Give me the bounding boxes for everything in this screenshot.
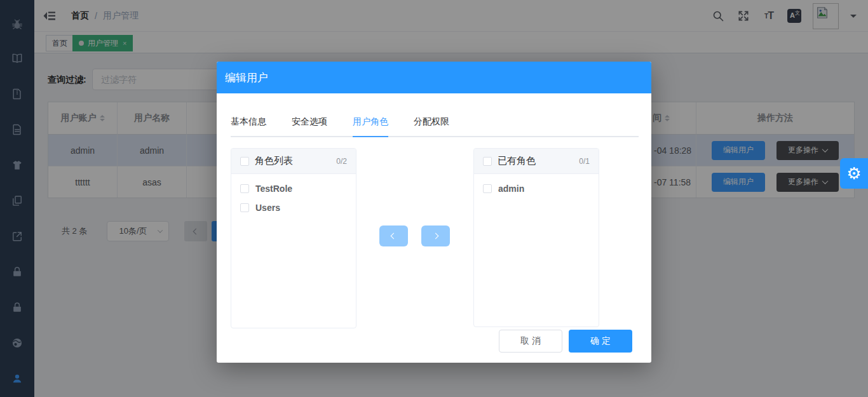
confirm-button[interactable]: 确 定 [569, 330, 632, 353]
cancel-button[interactable]: 取 消 [499, 330, 562, 353]
tab-basic-info[interactable]: 基本信息 [231, 116, 266, 136]
item-checkbox[interactable] [240, 203, 249, 212]
transfer-to-left-button[interactable] [379, 225, 408, 246]
chevron-right-icon [433, 233, 439, 239]
tab-assign-permissions[interactable]: 分配权限 [414, 116, 449, 136]
source-panel-title: 角色列表 [255, 155, 293, 167]
edit-user-modal: 编辑用户 基本信息 安全选项 用户角色 分配权限 角色列表 0/2 TestRo… [217, 62, 651, 363]
gear-icon: ⚙ [846, 165, 861, 182]
transfer-item-users[interactable]: Users [231, 198, 356, 217]
select-all-checkbox[interactable] [240, 157, 249, 166]
source-panel-count: 0/2 [336, 157, 347, 166]
tab-security-options[interactable]: 安全选项 [292, 116, 327, 136]
item-checkbox[interactable] [240, 184, 249, 193]
tab-user-roles[interactable]: 用户角色 [353, 116, 388, 137]
transfer-target-panel: 已有角色 0/1 admin [473, 148, 599, 327]
modal-tabs: 基本信息 安全选项 用户角色 分配权限 [231, 116, 639, 137]
target-panel-title: 已有角色 [498, 155, 536, 167]
item-checkbox[interactable] [483, 184, 492, 193]
modal-title: 编辑用户 [225, 71, 268, 85]
settings-fab[interactable]: ⚙ [840, 158, 868, 189]
transfer-item-testrole[interactable]: TestRole [231, 179, 356, 198]
modal-header: 编辑用户 [217, 62, 651, 93]
select-all-checkbox[interactable] [483, 157, 492, 166]
chevron-left-icon [391, 233, 397, 239]
transfer-to-right-button[interactable] [421, 225, 450, 246]
transfer-item-admin[interactable]: admin [474, 179, 599, 198]
transfer-source-panel: 角色列表 0/2 TestRole Users [231, 148, 356, 328]
app-window: 首页 / 用户管理 TT A 文 [0, 0, 868, 397]
target-panel-count: 0/1 [579, 157, 590, 166]
